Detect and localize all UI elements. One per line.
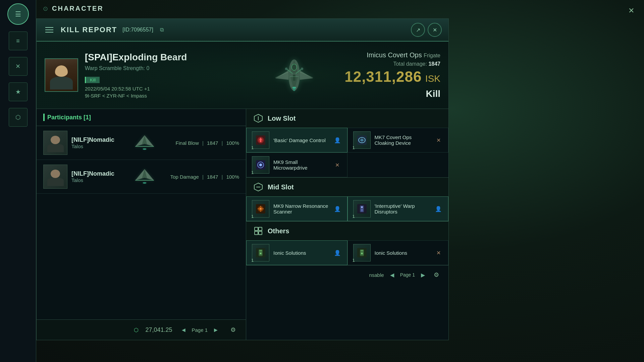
item-icon-damage-control	[252, 131, 269, 149]
svg-point-23	[143, 182, 146, 184]
svg-marker-3	[275, 70, 288, 80]
low-slot-items: 'Basic' Damage Control 1 👤	[246, 128, 448, 177]
svg-point-9	[293, 87, 296, 91]
export-icon: ↗	[416, 27, 420, 33]
others-header: Others	[246, 222, 448, 240]
sidebar: ☰ ≡ ✕ ★ ⬡	[0, 0, 36, 362]
svg-point-64	[260, 253, 261, 254]
svg-rect-57	[259, 227, 262, 231]
talos-ship-2	[128, 167, 161, 186]
others-title: Others	[268, 227, 289, 235]
low-slot-title: Low Slot	[268, 115, 296, 122]
lines-icon: ≡	[16, 38, 20, 45]
mid-slot-title: Mid Slot	[268, 183, 294, 191]
item-qty-cloaking: 1	[353, 145, 355, 150]
participant-avatar-1	[43, 131, 67, 155]
item-action-disruptors[interactable]: 👤	[434, 204, 443, 213]
item-qty-damage-control: 1	[251, 145, 254, 150]
item-warp-disruptors[interactable]: 'Interruptive' Warp Disruptors 1 👤	[347, 196, 449, 221]
item-close-cloaking[interactable]: ✕	[434, 136, 443, 144]
item-mk7-cloaking[interactable]: MK7 Covert Ops Cloaking Device 1 ✕	[347, 128, 449, 153]
sidebar-star-btn[interactable]: ★	[9, 82, 28, 101]
avatar-face	[45, 59, 77, 91]
participant-row-2[interactable]: [NILF]Nomadic Talos Top Damage |	[37, 160, 246, 194]
item-ionic-solutions-2[interactable]: Ionic Solutions 1 ✕	[347, 240, 449, 265]
kill-banner: [SPAI]Exploding Beard Warp Scramble Stre…	[37, 42, 448, 109]
item-name-scanner: MK9 Narrow Resonance Scanner	[273, 203, 329, 215]
svg-point-7	[292, 64, 297, 70]
item-name-mwd: MK9 Small Microwarpdrive	[273, 159, 329, 171]
participant-ship-img-2	[128, 168, 161, 186]
prev-page-btn[interactable]: ◀	[179, 325, 188, 335]
copy-icon[interactable]: ⧉	[160, 27, 164, 33]
svg-marker-4	[300, 70, 313, 80]
item-qty-mwd: 1	[251, 170, 254, 175]
item-mk9-mwd[interactable]: MK9 Small Microwarpdrive 1 ✕	[246, 153, 347, 177]
participant-info-1: [NILF]Nomadic Talos	[71, 136, 124, 149]
star-icon: ★	[15, 88, 21, 96]
bottom-bar: ⬡ 27,041.25 ◀ Page 1 ▶ ⚙	[37, 319, 246, 340]
sidebar-menu-btn[interactable]: ☰	[7, 3, 29, 25]
sidebar-hex-btn[interactable]: ⬡	[9, 108, 28, 127]
damage-1: 1847	[207, 140, 218, 146]
consumable-page: Page 1	[400, 272, 415, 278]
participants-panel: Participants [1] [NILF]Nomadic Talos	[37, 109, 246, 340]
close-report-btn[interactable]: ✕	[428, 23, 442, 37]
item-name-ionic-1: Ionic Solutions	[273, 250, 329, 256]
sidebar-close-btn[interactable]: ✕	[9, 57, 28, 76]
svg-rect-56	[255, 227, 258, 231]
svg-rect-14	[293, 74, 296, 81]
svg-rect-67	[361, 250, 363, 251]
page-label: Page 1	[192, 327, 208, 333]
header-actions: ↗ ✕	[411, 23, 442, 37]
export-btn[interactable]: ↗	[411, 23, 425, 37]
item-close-ionic-2[interactable]: ✕	[434, 248, 443, 257]
hex-icon: ⬡	[15, 114, 21, 121]
bottom-value: 27,041.25	[145, 326, 172, 334]
x-icon: ✕	[15, 63, 20, 70]
app-title: CHARACTER	[52, 5, 104, 12]
item-name-damage-control: 'Basic' Damage Control	[273, 137, 329, 143]
item-ionic-solutions-1[interactable]: Ionic Solutions 1 👤	[246, 240, 347, 265]
participant-stats-1: Final Blow | 1847 | 100%	[165, 140, 239, 146]
consumable-next[interactable]: ▶	[418, 270, 428, 280]
banner-bg	[37, 42, 448, 109]
item-icon-scanner	[252, 200, 269, 218]
participant-row-1[interactable]: [NILF]Nomadic Talos Final Blow |	[37, 126, 246, 160]
item-action-ionic-1[interactable]: 👤	[333, 248, 342, 257]
app-close-btn[interactable]: ✕	[625, 5, 637, 17]
role-2: Top Damage	[170, 174, 199, 180]
item-qty-ionic-2: 1	[353, 258, 355, 263]
consumable-filter[interactable]: ⚙	[431, 269, 442, 280]
report-menu-btn[interactable]	[43, 24, 55, 36]
report-id: [ID:7096557]	[122, 27, 153, 33]
menu-line	[45, 32, 53, 33]
talos-ship-1	[128, 133, 161, 152]
next-page-btn[interactable]: ▶	[211, 325, 220, 335]
svg-point-46	[260, 208, 261, 209]
filter-btn[interactable]: ⚙	[227, 324, 239, 336]
isk-icon-bottom: ⬡	[134, 327, 139, 333]
item-close-mwd[interactable]: ✕	[333, 161, 342, 169]
svg-rect-58	[255, 231, 258, 235]
header-accent-bar	[43, 114, 45, 121]
report-title: KILL REPORT	[61, 25, 117, 34]
close-icon: ✕	[433, 27, 437, 33]
item-action-damage-control[interactable]: 👤	[333, 136, 342, 144]
item-resonance-scanner[interactable]: MK9 Narrow Resonance Scanner 1 👤	[246, 196, 347, 221]
item-qty-scanner: 1	[251, 214, 254, 219]
svg-rect-54	[361, 209, 363, 212]
item-icon-ionic-1	[252, 244, 269, 261]
participant-name-1: [NILF]Nomadic	[71, 136, 124, 143]
participant-ship-1: Talos	[71, 143, 124, 149]
item-name-disruptors: 'Interruptive' Warp Disruptors	[375, 203, 430, 215]
mid-slot-header: Mid Slot	[246, 178, 448, 196]
item-icon-cloaking	[353, 131, 371, 149]
consumable-prev[interactable]: ◀	[387, 270, 397, 280]
svg-point-12	[285, 68, 288, 70]
item-action-scanner[interactable]: 👤	[333, 204, 342, 213]
sidebar-lines-btn[interactable]: ≡	[9, 32, 28, 50]
pagination: ◀ Page 1 ▶	[179, 325, 220, 335]
item-basic-damage-control[interactable]: 'Basic' Damage Control 1 👤	[246, 128, 347, 153]
participant-avatar-2	[43, 165, 67, 189]
